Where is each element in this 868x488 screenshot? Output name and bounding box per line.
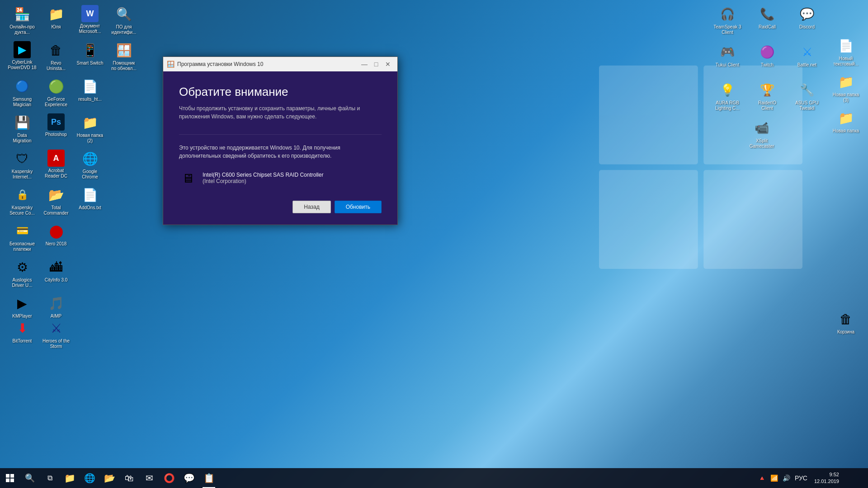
icon-photoshop[interactable]: Ps Photoshop (38, 112, 74, 148)
dialog-warning: Это устройство не поддерживается Windows… (179, 144, 382, 160)
back-button[interactable]: Назад (292, 201, 330, 213)
icon-new-folder-empty[interactable]: 📁 Новая папка (828, 107, 864, 143)
taskbar: 🔍 ⧉ 📁 🌐 📂 🛍 ✉ ⭕ 💬 📋 🔺 📶 🔊 РУС 9:52 12.01… (0, 468, 868, 488)
show-desktop-button[interactable] (844, 468, 864, 488)
icon-acrobat[interactable]: A AcrobatReader DC (38, 148, 74, 184)
icon-yulia[interactable]: 📁 Юля (38, 3, 74, 39)
icon-total-commander[interactable]: 📂 TotalCommander (38, 184, 74, 220)
dialog-title-icon: 🪟 (167, 61, 175, 68)
icon-new-folder-3[interactable]: 📁 Новая папка(3) (828, 71, 864, 107)
svg-rect-5 (10, 474, 14, 478)
icon-auslogics[interactable]: ⚙ AuslogicsDriver U... (4, 256, 40, 292)
device-name: Intel(R) C600 Series Chipset SAS RAID Co… (203, 172, 323, 178)
icon-revo[interactable]: 🗑 RevoUninsta... (38, 39, 74, 75)
taskbar-discord[interactable]: 💬 (179, 468, 199, 488)
svg-rect-4 (6, 474, 9, 478)
icon-tukui[interactable]: 🎮 Tukui Client (709, 41, 745, 77)
taskbar-system-tray: 🔺 📶 🔊 РУС 9:52 12.01.2019 (753, 468, 868, 488)
taskbar-opera[interactable]: ⭕ (159, 468, 179, 488)
desktop: 🏪 Онлайн-продукта... ▶ CyberLinkPowerDVD… (0, 0, 868, 488)
icon-kaspersky-internet[interactable]: 🛡 KasperskyInternet... (4, 148, 40, 184)
icon-teamspeak[interactable]: 🎧 TeamSpeak 3Client (709, 3, 745, 39)
icon-aura-rgb[interactable]: 💡 AURA RGBLighting C... (709, 79, 745, 115)
svg-rect-6 (6, 479, 9, 482)
icon-kaspersky-secure[interactable]: 🔒 KasperskySecure Co... (4, 184, 40, 220)
desktop-icons-left: 🏪 Онлайн-продукта... ▶ CyberLinkPowerDVD… (0, 0, 90, 488)
icon-xsplit[interactable]: 📹 XSplitGamecaster (744, 117, 780, 153)
icon-pomoshnik[interactable]: 🪟 Помощникпо обновл... (106, 39, 142, 75)
update-button[interactable]: Обновить (335, 201, 382, 213)
taskbar-files[interactable]: 📂 (99, 468, 119, 488)
icon-asus-gpu[interactable]: 🔧 ASUS GPUTweakll (789, 79, 825, 115)
icon-battlenet[interactable]: ⚔ Battle.net (789, 41, 825, 77)
device-info: Intel(R) C600 Series Chipset SAS RAID Co… (203, 172, 323, 184)
svg-rect-0 (599, 66, 698, 164)
dialog-footer: Назад Обновить (179, 201, 382, 213)
device-vendor: (Intel Corporation) (203, 178, 323, 184)
icon-data-migration[interactable]: 💾 DataMigration (4, 112, 40, 148)
taskbar-active-app[interactable]: 📋 (199, 468, 219, 488)
icon-addons[interactable]: 📄 AddOns.txt (72, 184, 108, 220)
icon-heroes[interactable]: ⚔ Heroes of theStorm (38, 317, 74, 353)
icon-recycle[interactable]: 🗑 Корзина (828, 308, 864, 344)
search-button[interactable]: 🔍 (20, 468, 40, 488)
dialog-maximize-button[interactable]: □ (370, 58, 382, 70)
icon-google-chrome[interactable]: 🌐 GoogleChrome (72, 148, 108, 184)
taskbar-mail[interactable]: ✉ (139, 468, 159, 488)
taskbar-explorer[interactable]: 📁 (60, 468, 80, 488)
dialog-title-text: Программа установки Windows 10 (177, 61, 359, 67)
icon-smart-switch[interactable]: 📱 Smart Switch (72, 39, 108, 75)
icon-po-dlia[interactable]: 🔍 ПО дляидентифи... (106, 3, 142, 39)
device-icon: 🖥 (179, 169, 197, 187)
tray-sound-icon[interactable]: 🔊 (781, 474, 792, 482)
dialog-body: Обратите внимание Чтобы продолжить устан… (163, 71, 397, 225)
icon-online-product[interactable]: 🏪 Онлайн-продукта... (4, 3, 40, 39)
svg-rect-3 (703, 170, 802, 269)
tray-lang-icon[interactable]: РУС (793, 474, 809, 482)
icon-bittorrent[interactable]: ⬇ BitTorrent (4, 317, 40, 353)
icon-bezopasnye[interactable]: 💳 Безопасныеплатежи (4, 220, 40, 256)
windows-setup-dialog: 🪟 Программа установки Windows 10 — □ ✕ О… (163, 56, 398, 225)
tray-expand-icon[interactable]: 🔺 (757, 474, 767, 482)
dialog-device: 🖥 Intel(R) C600 Series Chipset SAS RAID … (179, 169, 382, 187)
dialog-close-button[interactable]: ✕ (382, 58, 394, 70)
dialog-heading: Обратите внимание (179, 85, 382, 99)
taskbar-apps: 📁 🌐 📂 🛍 ✉ ⭕ 💬 📋 (60, 468, 219, 488)
taskbar-edge[interactable]: 🌐 (80, 468, 99, 488)
task-view-button[interactable]: ⧉ (40, 468, 60, 488)
icon-new-folder-2[interactable]: 📁 Новая папка(2) (72, 112, 108, 148)
icon-twitch[interactable]: 🟣 Twitch (749, 41, 785, 77)
icon-samsung-magician[interactable]: 🔵 SamsungMagician (4, 75, 40, 112)
icon-discord[interactable]: 💬 Discord (789, 3, 825, 39)
svg-rect-7 (10, 479, 14, 482)
start-button[interactable] (0, 468, 20, 488)
top-right-tray: 🎧 TeamSpeak 3Client 📞 RaidCall 💬 Discord… (705, 0, 868, 156)
icon-cyberlink[interactable]: ▶ CyberLinkPowerDVD 18 (4, 39, 40, 75)
icon-results[interactable]: 📄 results_ht... (72, 75, 108, 112)
dialog-subtitle: Чтобы продолжить установку и сохранить п… (179, 104, 382, 121)
icon-cityinfo[interactable]: 🏙 CityInfo 3.0 (38, 256, 74, 292)
icon-geforce[interactable]: 🟢 GeForceExperience (38, 75, 74, 112)
taskbar-store[interactable]: 🛍 (119, 468, 139, 488)
icon-raidcall[interactable]: 📞 RaidCall (749, 3, 785, 39)
icon-nero[interactable]: ⬤ Nero 2018 (38, 220, 74, 256)
icon-raiderio[interactable]: 🏆 RaiderIOClient (749, 79, 785, 115)
dialog-minimize-button[interactable]: — (359, 58, 370, 70)
tray-network-icon[interactable]: 📶 (769, 474, 779, 482)
icon-new-txt[interactable]: 📄 Новыйтекстовый... (828, 35, 864, 71)
icon-word[interactable]: W ДокументMicrosoft... (72, 3, 108, 39)
dialog-titlebar: 🪟 Программа установки Windows 10 — □ ✕ (163, 57, 397, 71)
taskbar-clock[interactable]: 9:52 12.01.2019 (811, 471, 843, 485)
svg-rect-2 (599, 170, 698, 269)
